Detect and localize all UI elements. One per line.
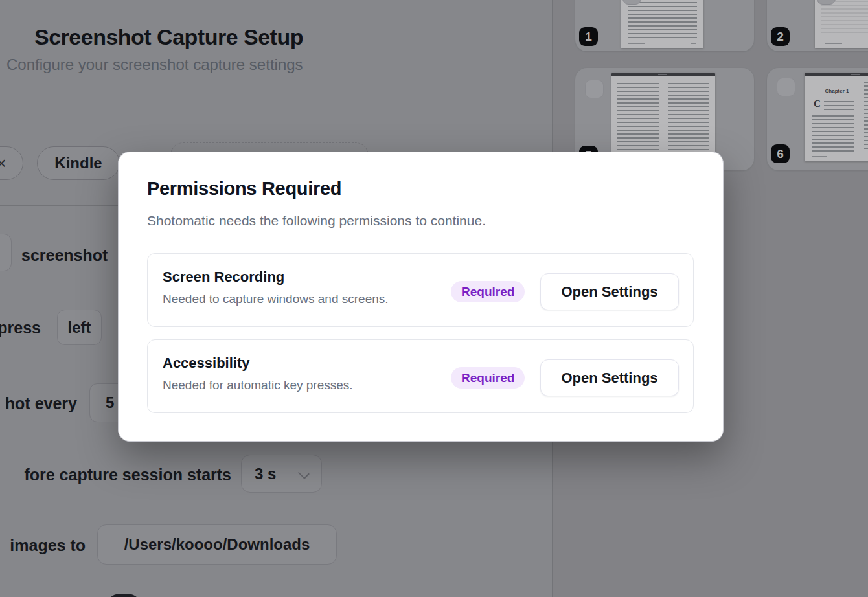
open-settings-button[interactable]: Open Settings [540, 359, 679, 396]
required-badge: Required [451, 367, 525, 389]
permission-description: Needed for automatic key presses. [163, 378, 353, 392]
app-window: Screenshot Capture Setup Configure your … [0, 0, 868, 597]
required-badge: Required [451, 281, 525, 302]
permission-name: Screen Recording [163, 269, 284, 286]
modal-title: Permissions Required [147, 178, 341, 199]
modal-subtitle: Shotomatic needs the following permissio… [147, 213, 486, 229]
permission-card-accessibility: Accessibility Needed for automatic key p… [147, 339, 694, 413]
open-settings-button[interactable]: Open Settings [540, 273, 679, 310]
permission-name: Accessibility [163, 355, 250, 372]
permission-description: Needed to capture windows and screens. [163, 292, 389, 306]
permissions-modal: Permissions Required Shotomatic needs th… [118, 152, 724, 442]
permission-card-screen-recording: Screen Recording Needed to capture windo… [147, 253, 694, 327]
